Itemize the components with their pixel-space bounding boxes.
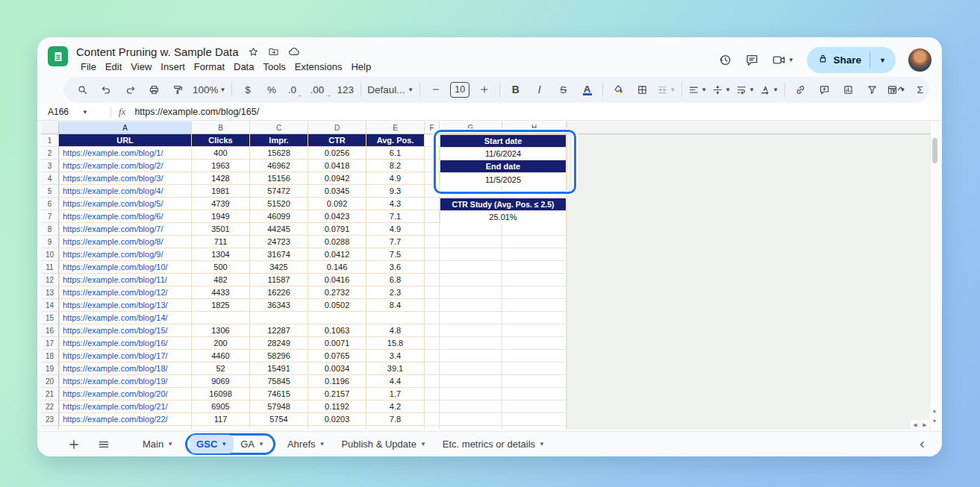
empty-cell[interactable] (502, 400, 567, 413)
functions-button[interactable]: Σ (908, 80, 931, 99)
row-header-4[interactable]: 4 (41, 172, 59, 185)
empty-cell[interactable] (425, 286, 440, 299)
data-cell[interactable]: 9069 (192, 375, 250, 388)
data-cell[interactable]: 15491 (250, 362, 308, 375)
data-cell[interactable]: 1981 (192, 185, 250, 198)
data-cell[interactable] (192, 312, 250, 324)
meet-video-icon[interactable]: ▼ (772, 53, 794, 67)
start-date-label-cell[interactable]: Start date (440, 135, 566, 148)
empty-cell[interactable] (440, 324, 502, 337)
empty-cell[interactable] (440, 426, 502, 430)
empty-cell[interactable] (425, 248, 440, 261)
row-header-21[interactable]: 21 (41, 388, 59, 400)
menu-item-file[interactable]: File (76, 60, 101, 73)
collapse-side-panel-icon[interactable] (917, 439, 928, 450)
empty-cell[interactable] (59, 426, 192, 430)
url-cell[interactable]: https://example.com/blog/10/ (59, 261, 192, 274)
empty-cell[interactable] (440, 299, 502, 312)
data-cell[interactable]: 0.0502 (308, 299, 366, 312)
meet-dropdown-caret-icon[interactable]: ▼ (788, 57, 794, 63)
avatar[interactable] (908, 48, 931, 72)
column-header-B[interactable]: B (192, 122, 250, 134)
empty-cell[interactable] (502, 261, 567, 274)
empty-cell[interactable] (502, 426, 567, 430)
data-cell[interactable]: 9.3 (366, 185, 425, 198)
data-cell[interactable]: 44245 (250, 223, 308, 236)
decrease-font-size-button[interactable] (424, 80, 447, 99)
data-cell[interactable]: 1304 (192, 248, 250, 261)
row-header-17[interactable]: 17 (41, 337, 59, 350)
empty-cell[interactable] (308, 426, 366, 430)
data-cell[interactable]: 0.0416 (308, 274, 366, 286)
row-header-6[interactable]: 6 (41, 198, 59, 210)
data-cell[interactable]: 6.8 (366, 274, 425, 286)
url-cell[interactable]: https://example.com/blog/20/ (59, 388, 192, 400)
row-header-16[interactable]: 16 (41, 324, 59, 337)
empty-cell[interactable] (440, 337, 502, 350)
decrease-decimals-button[interactable]: .0← (284, 80, 307, 99)
scroll-left-icon[interactable]: ◀ (911, 420, 920, 430)
spreadsheet-grid[interactable]: ABCDEFGH1URLClicksImpr.CTRAvg. Pos.2http… (41, 122, 930, 430)
url-cell[interactable]: https://example.com/blog/2/ (59, 160, 192, 172)
data-cell[interactable]: 24723 (250, 236, 308, 248)
column-header-D[interactable]: D (308, 122, 366, 134)
empty-cell[interactable] (425, 172, 440, 185)
format-currency-button[interactable]: $ (236, 80, 259, 99)
empty-cell[interactable] (425, 350, 440, 362)
row-header-23[interactable]: 23 (41, 413, 59, 426)
column-header-H[interactable]: H (502, 122, 567, 134)
ctr-study-label-cell[interactable]: CTR Study (Avg. Pos. ≤ 2.5) (440, 198, 566, 211)
data-cell[interactable]: 51520 (250, 198, 308, 210)
data-cell[interactable]: 0.1063 (308, 324, 366, 337)
empty-cell[interactable] (440, 388, 502, 400)
text-color-button[interactable]: A (575, 80, 599, 99)
star-icon[interactable] (248, 46, 259, 57)
data-cell[interactable]: 28249 (250, 337, 308, 350)
date-range-block[interactable]: Start date 11/6/2024 End date 11/5/2025 (440, 134, 567, 185)
fill-color-button[interactable] (607, 80, 630, 99)
all-sheets-button[interactable] (97, 438, 110, 451)
create-filter-button[interactable] (861, 80, 884, 99)
data-cell[interactable]: 200 (192, 337, 250, 350)
data-cell[interactable]: 4739 (192, 198, 250, 210)
empty-cell[interactable] (192, 426, 250, 430)
sheet-tab-caret-icon[interactable]: ▼ (258, 441, 264, 447)
empty-cell[interactable] (425, 324, 440, 337)
data-cell[interactable]: 400 (192, 147, 250, 160)
data-cell[interactable]: 1428 (192, 172, 250, 185)
row-header-18[interactable]: 18 (41, 350, 59, 362)
empty-cell[interactable] (425, 185, 440, 198)
row-header-14[interactable]: 14 (41, 299, 59, 312)
empty-cell[interactable] (502, 299, 567, 312)
select-all-corner[interactable] (41, 122, 59, 134)
empty-cell[interactable] (425, 413, 440, 426)
data-cell[interactable]: 3425 (250, 261, 308, 274)
url-cell[interactable]: https://example.com/blog/18/ (59, 362, 192, 375)
table-header-cell-clicks[interactable]: Clicks (192, 134, 250, 147)
data-cell[interactable]: 36343 (250, 299, 308, 312)
data-cell[interactable]: 4.3 (366, 198, 425, 210)
url-cell[interactable]: https://example.com/blog/3/ (59, 172, 192, 185)
name-box-caret-icon[interactable]: ▼ (82, 109, 88, 116)
column-header-A[interactable]: A (59, 122, 192, 134)
empty-cell[interactable] (250, 426, 308, 430)
menu-item-view[interactable]: View (126, 60, 156, 73)
row-header-10[interactable]: 10 (41, 248, 59, 261)
empty-cell[interactable] (425, 236, 440, 248)
data-cell[interactable] (308, 312, 366, 324)
data-cell[interactable]: 0.2157 (308, 388, 366, 400)
menu-item-data[interactable]: Data (229, 60, 258, 73)
insert-link-button[interactable] (789, 80, 812, 99)
sheet-tab-caret-icon[interactable]: ▼ (420, 441, 426, 447)
empty-cell[interactable] (440, 362, 502, 375)
data-cell[interactable]: 0.0418 (308, 160, 366, 172)
formula-input[interactable]: https://example.com/blog/165/ (134, 107, 259, 117)
column-header-E[interactable]: E (366, 122, 425, 134)
empty-cell[interactable] (440, 312, 502, 324)
data-cell[interactable]: 711 (192, 236, 250, 248)
collapse-toolbar-icon[interactable] (895, 83, 907, 98)
name-box[interactable]: A166 ▼ (48, 107, 106, 117)
row-header-8[interactable]: 8 (41, 223, 59, 236)
url-cell[interactable]: https://example.com/blog/15/ (59, 324, 192, 337)
empty-cell[interactable] (502, 286, 567, 299)
